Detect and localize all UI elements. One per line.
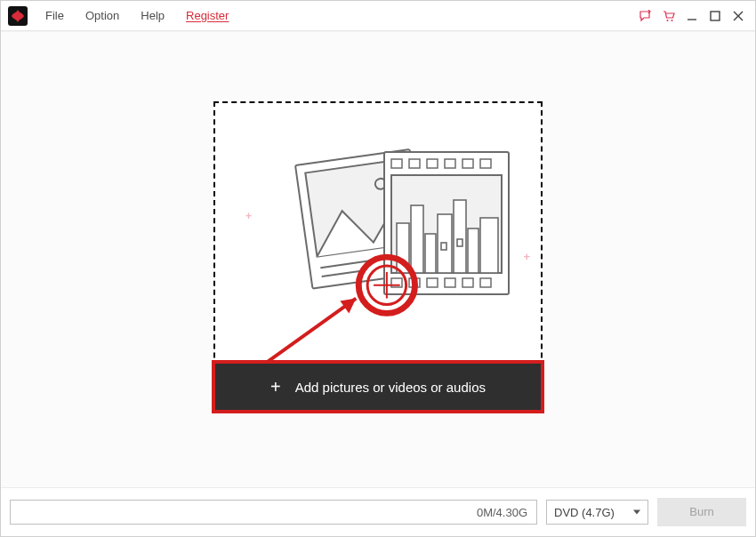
svg-rect-23	[480, 278, 491, 287]
svg-point-0	[667, 20, 669, 21]
work-area: + + + Add pictures or videos or audios	[1, 31, 755, 487]
svg-rect-32	[441, 243, 446, 250]
bottom-bar: 0M/4.30G DVD (4.7G) Burn	[1, 487, 755, 536]
svg-rect-18	[391, 278, 402, 287]
svg-rect-14	[427, 159, 438, 168]
svg-rect-19	[409, 278, 420, 287]
app-logo	[8, 6, 28, 26]
svg-rect-25	[397, 223, 409, 273]
svg-point-1	[672, 20, 673, 21]
svg-rect-16	[462, 159, 473, 168]
svg-rect-30	[468, 228, 479, 273]
svg-rect-29	[454, 200, 466, 273]
svg-rect-17	[480, 159, 491, 168]
add-files-label: Add pictures or videos or audios	[295, 380, 486, 395]
svg-rect-13	[409, 159, 420, 168]
svg-rect-31	[480, 218, 498, 273]
dropzone[interactable]: + + + Add pictures or videos or audios	[213, 101, 543, 412]
titlebar: File Option Help Register	[1, 1, 755, 31]
disc-type-selected: DVD (4.7G)	[554, 506, 615, 519]
svg-rect-26	[411, 205, 423, 273]
menu-register[interactable]: Register	[175, 1, 239, 31]
disc-type-select[interactable]: DVD (4.7G)	[546, 500, 648, 525]
capacity-value: 0M/4.30G	[477, 506, 527, 519]
capacity-readout: 0M/4.30G	[10, 500, 537, 525]
minimize-button[interactable]	[680, 1, 704, 31]
menu-file[interactable]: File	[35, 1, 75, 31]
chevron-down-icon	[633, 510, 640, 515]
svg-rect-22	[462, 278, 473, 287]
svg-rect-20	[427, 278, 438, 287]
burn-button[interactable]: Burn	[657, 498, 746, 526]
svg-rect-21	[445, 278, 455, 287]
svg-rect-12	[391, 159, 402, 168]
maximize-button[interactable]	[704, 1, 727, 31]
feedback-icon[interactable]	[634, 1, 657, 31]
menu-option[interactable]: Option	[75, 1, 130, 31]
menu-help[interactable]: Help	[130, 1, 175, 31]
dropzone-illustration: + +	[215, 103, 541, 364]
svg-rect-15	[445, 159, 455, 168]
close-button[interactable]	[727, 1, 750, 31]
add-files-button[interactable]: + Add pictures or videos or audios	[215, 364, 541, 410]
cart-icon[interactable]	[657, 1, 680, 31]
svg-rect-3	[711, 12, 720, 20]
svg-rect-33	[457, 239, 462, 246]
svg-rect-27	[425, 234, 436, 273]
